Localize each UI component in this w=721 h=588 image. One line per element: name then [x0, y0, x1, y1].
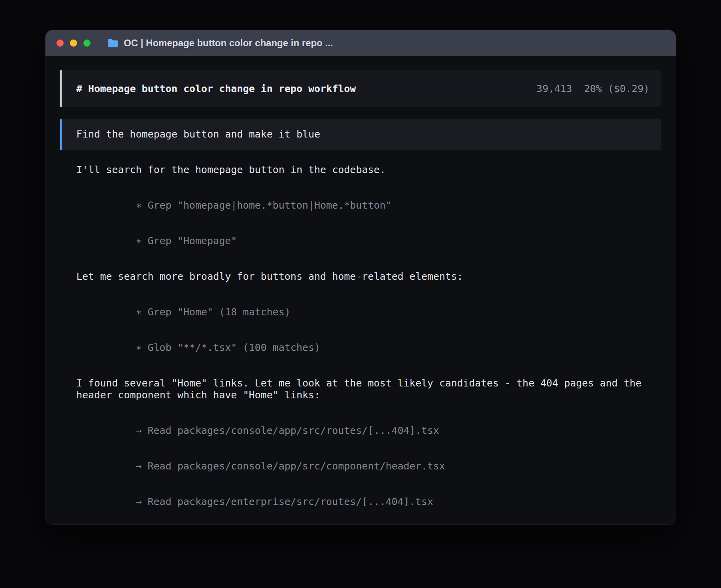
tool-call-text: Glob "**/*.tsx" (100 matches) [148, 342, 321, 353]
transcript: I'll search for the homepage button in t… [60, 150, 661, 525]
folder-icon [107, 38, 119, 48]
read-call-text: Read packages/console/app/src/component/… [148, 460, 445, 472]
asterisk-icon: ∗ [136, 306, 142, 318]
token-count: 39,413 [536, 83, 572, 95]
asterisk-icon: ∗ [136, 342, 142, 354]
tool-call: ∗Grep "Home" (18 matches) [76, 294, 661, 330]
read-call: →Read packages/console/app/src/routes/[.… [76, 413, 661, 449]
asterisk-icon: ∗ [136, 235, 142, 247]
read-call: →Read packages/enterprise/src/routes/[..… [76, 484, 661, 520]
read-call: →Read packages/console/app/src/component… [76, 449, 661, 484]
tool-call: ∗Grep "homepage|home.*button|Home.*butto… [76, 188, 661, 223]
read-call-text: Read packages/enterprise/src/routes/[...… [148, 496, 433, 507]
assistant-text: Let me search more broadly for buttons a… [76, 271, 661, 283]
title-bar: OC | Homepage button color change in rep… [45, 30, 676, 56]
window-title: OC | Homepage button color change in rep… [124, 38, 333, 49]
terminal-window: OC | Homepage button color change in rep… [45, 30, 676, 525]
arrow-right-icon: → [136, 460, 142, 472]
session-header: # Homepage button color change in repo w… [60, 70, 661, 107]
zoom-button[interactable] [83, 40, 91, 47]
tool-call-text: Grep "Homepage" [148, 235, 237, 247]
user-message: Find the homepage button and make it blu… [60, 119, 661, 150]
session-title: # Homepage button color change in repo w… [76, 83, 356, 95]
terminal-body: # Homepage button color change in repo w… [45, 56, 676, 524]
read-call-text: Read packages/console/app/src/routes/[..… [148, 425, 440, 436]
arrow-right-icon: → [136, 425, 142, 437]
minimize-button[interactable] [70, 40, 77, 47]
close-button[interactable] [57, 40, 64, 47]
assistant-text: I'll search for the homepage button in t… [76, 164, 661, 176]
tool-call: ∗Grep "Homepage" [76, 223, 661, 259]
arrow-right-icon: → [136, 496, 142, 508]
session-stats: 39,413 20% ($0.29) [536, 83, 649, 95]
tool-call-text: Grep "homepage|home.*button|Home.*button… [148, 200, 392, 211]
context-usage: 20% ($0.29) [584, 83, 649, 95]
tool-call-text: Grep "Home" (18 matches) [148, 306, 291, 318]
user-message-text: Find the homepage button and make it blu… [76, 128, 320, 140]
traffic-lights [57, 40, 91, 47]
asterisk-icon: ∗ [136, 200, 142, 211]
assistant-text: I found several "Home" links. Let me loo… [76, 377, 661, 401]
tool-call: ∗Glob "**/*.tsx" (100 matches) [76, 330, 661, 366]
